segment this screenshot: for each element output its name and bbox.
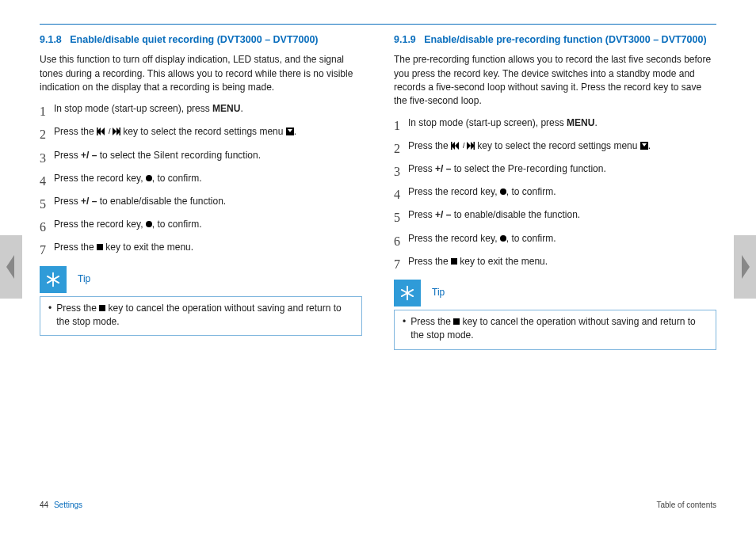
record-dot-icon xyxy=(146,175,152,181)
chevron-right-icon xyxy=(739,255,751,279)
step-text: Press the / key to select the record set… xyxy=(408,139,716,153)
record-settings-icon xyxy=(640,142,648,150)
step: 3 Press +/ – to select the Silent record… xyxy=(40,149,362,167)
bullet-icon: • xyxy=(403,315,406,343)
intro-text: The pre-recording function allows you to… xyxy=(394,53,716,109)
section-label: Settings xyxy=(54,501,82,509)
left-column: 9.1.8 Enable/disable quiet recording (DV… xyxy=(40,32,362,489)
prev-page-button[interactable] xyxy=(0,235,22,299)
svg-point-12 xyxy=(146,221,152,227)
svg-point-29 xyxy=(500,235,506,242)
svg-marker-23 xyxy=(467,142,471,150)
step: 5 Press +/ – to enable/disable the funct… xyxy=(40,195,362,213)
stop-icon xyxy=(97,244,103,250)
tip-label: Tip xyxy=(432,286,445,299)
step-text: Press the record key, , to confirm. xyxy=(408,185,716,199)
step: 1 In stop mode (start-up screen), press … xyxy=(40,102,362,120)
step-number: 6 xyxy=(40,218,54,236)
step: 7 Press the key to exit the menu. xyxy=(40,241,362,259)
svg-marker-3 xyxy=(101,128,105,135)
step-text: In stop mode (start-up screen), press ME… xyxy=(408,116,716,130)
footer-left: 44 Settings xyxy=(40,501,82,509)
heading-title: Enable/disable quiet recording (DVT3000 … xyxy=(70,34,318,45)
svg-marker-1 xyxy=(742,255,750,279)
step-number: 5 xyxy=(394,208,408,227)
record-dot-icon xyxy=(146,221,152,227)
svg-rect-4 xyxy=(97,128,98,135)
step-text: Press +/ – to enable/disable the functio… xyxy=(408,208,716,222)
bullet-icon: • xyxy=(48,302,52,329)
svg-text:/: / xyxy=(109,128,111,135)
svg-point-11 xyxy=(146,175,152,181)
step: 6 Press the record key, , to confirm. xyxy=(40,218,362,236)
page-content: 9.1.8 Enable/disable quiet recording (DV… xyxy=(40,24,716,509)
tip-box: • Press the key to cancel the operation … xyxy=(40,296,362,337)
step: 5 Press +/ – to enable/disable the funct… xyxy=(394,208,716,227)
step: 3 Press +/ – to select the Pre-recording… xyxy=(394,162,716,181)
tip-header: Tip xyxy=(394,280,716,306)
svg-rect-13 xyxy=(97,244,103,250)
step-text: Press the record key, , to confirm. xyxy=(408,232,716,246)
stop-icon xyxy=(451,258,457,265)
step: 6 Press the record key, , to confirm. xyxy=(394,232,716,250)
step-text: Press +/ – to enable/disable the functio… xyxy=(54,195,362,208)
page-footer: 44 Settings Table of contents xyxy=(40,489,716,509)
record-dot-icon xyxy=(500,235,506,242)
step-text: In stop mode (start-up screen), press ME… xyxy=(54,102,362,116)
step-number: 7 xyxy=(40,241,54,259)
heading-title: Enable/disable pre-recording function (D… xyxy=(424,34,706,45)
step-text: Press the key to exit the menu. xyxy=(408,255,716,268)
step-text: Press the record key, , to confirm. xyxy=(54,218,362,231)
section-heading: 9.1.9 Enable/disable pre-recording funct… xyxy=(394,32,716,47)
right-column: 9.1.9 Enable/disable pre-recording funct… xyxy=(394,32,716,489)
intro-text: Use this function to turn off display in… xyxy=(40,53,362,94)
step-number: 6 xyxy=(394,232,408,250)
section-heading: 9.1.8 Enable/disable quiet recording (DV… xyxy=(40,32,362,47)
tip-header: Tip xyxy=(40,266,362,293)
step-text: Press the record key, , to confirm. xyxy=(54,172,362,185)
tip-asterisk-icon xyxy=(40,266,67,293)
toc-link[interactable]: Table of contents xyxy=(656,501,716,509)
svg-marker-20 xyxy=(455,142,459,150)
svg-rect-21 xyxy=(451,142,452,150)
step-number: 3 xyxy=(394,162,408,181)
step-number: 7 xyxy=(394,255,408,273)
step-number: 1 xyxy=(394,116,408,135)
step: 2 Press the / key to select the record s… xyxy=(394,139,716,158)
rewind-forward-icon: / xyxy=(451,142,475,150)
chevron-left-icon xyxy=(5,255,17,279)
rewind-forward-icon: / xyxy=(97,128,120,135)
step: 1 In stop mode (start-up screen), press … xyxy=(394,116,716,135)
step-text: Press the key to exit the menu. xyxy=(54,241,362,254)
top-rule xyxy=(40,24,716,25)
svg-marker-6 xyxy=(113,128,116,135)
heading-number: 9.1.8 xyxy=(40,34,62,45)
step-number: 4 xyxy=(40,172,54,190)
step-number: 2 xyxy=(394,139,408,158)
record-settings-icon xyxy=(286,128,294,135)
next-page-button[interactable] xyxy=(734,235,756,299)
step-number: 5 xyxy=(40,195,54,213)
tip-label: Tip xyxy=(78,272,90,286)
step: 7 Press the key to exit the menu. xyxy=(394,255,716,273)
heading-number: 9.1.9 xyxy=(394,34,416,45)
step-number: 2 xyxy=(40,125,54,143)
record-dot-icon xyxy=(500,188,506,195)
tip-text: Press the key to cancel the operation wi… xyxy=(56,302,353,329)
svg-point-28 xyxy=(500,188,506,195)
svg-marker-0 xyxy=(6,255,14,279)
tip-text: Press the key to cancel the operation wi… xyxy=(410,315,708,343)
step-text: Press +/ – to select the Pre-recording f… xyxy=(408,162,716,176)
tip-box: • Press the key to cancel the operation … xyxy=(394,310,716,350)
step: 4 Press the record key, , to confirm. xyxy=(40,172,362,190)
step-text: Press +/ – to select the Silent recordin… xyxy=(54,149,362,162)
svg-rect-30 xyxy=(451,258,457,265)
page-number: 44 xyxy=(40,501,48,509)
step-number: 4 xyxy=(394,185,408,204)
tip-asterisk-icon xyxy=(394,280,421,306)
step-text: Press the / key to select the record set… xyxy=(54,125,362,139)
step-number: 3 xyxy=(40,149,54,167)
step: 2 Press the / key to select the record s… xyxy=(40,125,362,143)
step-number: 1 xyxy=(40,102,54,120)
svg-text:/: / xyxy=(463,142,465,150)
